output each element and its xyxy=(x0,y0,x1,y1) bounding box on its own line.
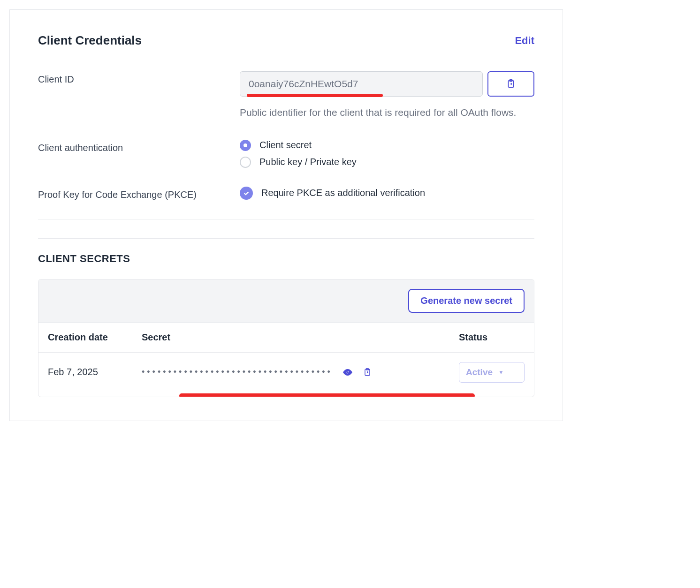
radio-label: Client secret xyxy=(259,140,312,151)
client-id-value: 0oanaiy76cZnHEwtO5d7 xyxy=(240,71,483,97)
client-id-text: 0oanaiy76cZnHEwtO5d7 xyxy=(249,78,358,89)
clipboard-icon xyxy=(363,367,372,377)
pkce-field: Proof Key for Code Exchange (PKCE) Requi… xyxy=(38,187,534,200)
pkce-checkbox-label: Require PKCE as additional verification xyxy=(261,188,425,198)
col-header-secret: Secret xyxy=(142,332,459,343)
panel-header: Client Credentials Edit xyxy=(38,33,534,48)
radio-button-icon xyxy=(240,140,251,151)
secrets-table-header: Creation date Secret Status xyxy=(38,323,534,353)
divider xyxy=(38,219,534,219)
caret-down-icon: ▼ xyxy=(498,369,504,376)
client-id-field: Client ID 0oanaiy76cZnHEwtO5d7 Public id… xyxy=(38,71,534,121)
svg-point-3 xyxy=(347,371,348,373)
generate-new-secret-button[interactable]: Generate new secret xyxy=(408,289,525,313)
copy-client-id-button[interactable] xyxy=(487,71,534,97)
client-id-label: Client ID xyxy=(38,71,240,85)
panel-title: Client Credentials xyxy=(38,33,142,48)
pkce-checkbox-row[interactable]: Require PKCE as additional verification xyxy=(240,187,534,200)
status-value: Active xyxy=(466,367,493,377)
client-id-content: 0oanaiy76cZnHEwtO5d7 Public identifier f… xyxy=(240,71,534,121)
client-secrets-heading: CLIENT SECRETS xyxy=(38,253,534,265)
client-auth-field: Client authentication Client secret Publ… xyxy=(38,140,534,168)
secret-creation-date: Feb 7, 2025 xyxy=(48,367,142,377)
radio-label: Public key / Private key xyxy=(259,157,357,167)
annotation-redline xyxy=(247,94,383,97)
col-header-status: Status xyxy=(459,332,525,343)
edit-button[interactable]: Edit xyxy=(515,35,534,47)
annotation-redline xyxy=(179,393,475,397)
radio-public-key[interactable]: Public key / Private key xyxy=(240,157,534,168)
checkbox-checked-icon xyxy=(240,187,253,200)
client-auth-radio-group: Client secret Public key / Private key xyxy=(240,140,534,168)
radio-client-secret[interactable]: Client secret xyxy=(240,140,534,151)
radio-button-icon xyxy=(240,157,251,168)
divider xyxy=(38,238,534,239)
client-credentials-panel: Client Credentials Edit Client ID 0oanai… xyxy=(9,9,563,421)
secret-masked-value: •••••••••••••••••••••••••••••••••••• xyxy=(142,367,333,377)
client-auth-label: Client authentication xyxy=(38,140,240,153)
secret-status-dropdown[interactable]: Active ▼ xyxy=(459,362,525,383)
eye-icon xyxy=(342,367,353,378)
client-id-help: Public identifier for the client that is… xyxy=(240,104,534,121)
copy-secret-button[interactable] xyxy=(363,367,372,377)
clipboard-icon xyxy=(506,78,516,90)
secrets-toolbar: Generate new secret xyxy=(38,279,534,323)
pkce-label: Proof Key for Code Exchange (PKCE) xyxy=(38,187,240,200)
checkmark-icon xyxy=(243,190,250,196)
client-secrets-table: Generate new secret Creation date Secret… xyxy=(38,279,534,397)
secrets-table-row: Feb 7, 2025 ••••••••••••••••••••••••••••… xyxy=(38,353,534,397)
col-header-date: Creation date xyxy=(48,332,142,343)
reveal-secret-button[interactable] xyxy=(342,367,353,378)
